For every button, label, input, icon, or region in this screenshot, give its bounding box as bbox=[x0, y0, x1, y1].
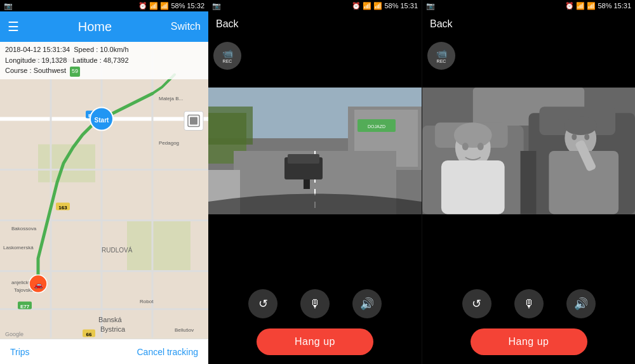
video-front-feed: 📹 REC bbox=[208, 37, 422, 283]
svg-point-63 bbox=[454, 122, 492, 148]
map-app-bar: ☰ Home Switch bbox=[0, 11, 208, 42]
rec-label-front: REC bbox=[223, 59, 232, 63]
rotate-button-front[interactable]: ↺ bbox=[248, 289, 277, 318]
svg-text:DOJAZD: DOJAZD bbox=[368, 124, 385, 129]
datetime-text: 2018-04-12 15:31:34 bbox=[5, 46, 70, 53]
back-button-rear[interactable]: Back bbox=[430, 18, 453, 30]
speed-badge: 59 bbox=[70, 67, 80, 77]
svg-text:RUDLOVÁ: RUDLOVÁ bbox=[102, 246, 133, 254]
speaker-icon-rear: 🔊 bbox=[574, 297, 588, 311]
time-text: 15:32 bbox=[187, 2, 204, 10]
svg-text:Google: Google bbox=[5, 331, 23, 337]
rec-label-rear: REC bbox=[437, 59, 446, 63]
v1-wifi-icon: 📶 bbox=[363, 2, 371, 10]
video-front-black-bottom bbox=[208, 214, 422, 252]
signal-icon: 📶 bbox=[160, 2, 169, 10]
status-right-icons: ⏰ 📶 📶 58% 15:32 bbox=[138, 2, 204, 10]
mic-button-rear[interactable]: 🎙 bbox=[514, 289, 544, 318]
video-front-black-top bbox=[208, 37, 422, 88]
map-bottom-bar: Trips Cancel tracking bbox=[0, 339, 208, 364]
svg-text:Bakossova: Bakossova bbox=[11, 226, 37, 231]
hangup-button-rear[interactable]: Hang up bbox=[471, 328, 587, 355]
mic-icon-rear: 🎙 bbox=[523, 297, 535, 311]
svg-point-72 bbox=[584, 134, 589, 140]
video-front-top-bar: Back bbox=[208, 11, 422, 37]
svg-text:Banská: Banská bbox=[98, 316, 123, 323]
svg-rect-3 bbox=[127, 221, 190, 271]
rec-button-rear[interactable]: 📹 REC bbox=[427, 42, 455, 70]
battery-text: 58% bbox=[171, 2, 185, 10]
map-panel: 📷 ⏰ 📶 📶 58% 15:32 ☰ Home Switch 2018-04-… bbox=[0, 0, 208, 364]
v2-wifi-icon: 📶 bbox=[576, 2, 585, 10]
longitude-value: 19,1328 bbox=[42, 56, 67, 64]
camera-rec-icon-rear: 📹 bbox=[436, 48, 447, 58]
wifi-icon: 📶 bbox=[149, 2, 158, 10]
v2-signal-icon: 📶 bbox=[587, 2, 596, 10]
video-rear-cam-icon: 📷 bbox=[426, 2, 435, 10]
speaker-button-front[interactable]: 🔊 bbox=[352, 289, 382, 318]
svg-text:163: 163 bbox=[58, 205, 67, 211]
svg-text:Robot: Robot bbox=[140, 299, 154, 304]
speaker-icon-front: 🔊 bbox=[360, 297, 374, 311]
video-rear-panel: 📷 ⏰ 📶 📶 58% 15:31 Back 📹 REC bbox=[422, 0, 635, 364]
video-front-panel: 📷 ⏰ 📶 📶 58% 15:31 Back 📹 REC bbox=[208, 0, 422, 364]
speed-value: 10.0km/h bbox=[100, 46, 128, 53]
svg-rect-52 bbox=[288, 154, 319, 164]
video-rear-hangup-area: Hang up bbox=[422, 323, 635, 364]
latitude-value: 48,7392 bbox=[104, 56, 129, 64]
video-rear-controls: ↺ 🎙 🔊 bbox=[422, 283, 635, 323]
svg-rect-38 bbox=[190, 117, 197, 125]
video-rear-image bbox=[422, 88, 635, 214]
rotate-icon-front: ↺ bbox=[258, 297, 268, 311]
v1-alarm-icon: ⏰ bbox=[352, 2, 361, 10]
v2-battery-text: 58% bbox=[598, 2, 612, 10]
v1-time-text: 15:31 bbox=[400, 2, 418, 10]
back-button-front[interactable]: Back bbox=[216, 18, 239, 30]
switch-button[interactable]: Switch bbox=[171, 21, 201, 32]
map-view[interactable]: R1 E77 163 66 B.Bystrica-Podlavice Pedag… bbox=[0, 42, 208, 339]
v1-battery-text: 58% bbox=[384, 2, 398, 10]
svg-text:Pedagog: Pedagog bbox=[159, 140, 179, 146]
svg-rect-73 bbox=[521, 151, 537, 214]
trips-link[interactable]: Trips bbox=[10, 347, 30, 357]
video-front-controls: ↺ 🎙 🔊 bbox=[208, 283, 422, 323]
video-front-status-bar: 📷 ⏰ 📶 📶 58% 15:31 bbox=[208, 0, 422, 11]
svg-text:Start: Start bbox=[95, 117, 109, 124]
video-rear-status-bar: 📷 ⏰ 📶 📶 58% 15:31 bbox=[422, 0, 635, 11]
map-status-bar: 📷 ⏰ 📶 📶 58% 15:32 bbox=[0, 0, 208, 11]
video-cam-icon: 📷 bbox=[212, 2, 221, 10]
svg-point-66 bbox=[478, 143, 484, 150]
rotate-icon-rear: ↺ bbox=[472, 297, 481, 311]
svg-point-71 bbox=[572, 134, 577, 140]
svg-text:Bystrica: Bystrica bbox=[100, 325, 126, 333]
map-svg: R1 E77 163 66 B.Bystrica-Podlavice Pedag… bbox=[0, 42, 208, 339]
video-rear-black-top bbox=[422, 37, 635, 88]
app-title: Home bbox=[78, 20, 112, 34]
menu-icon[interactable]: ☰ bbox=[8, 19, 19, 34]
longitude-label: Longitude : bbox=[5, 56, 39, 64]
mic-icon-front: 🎙 bbox=[309, 297, 321, 311]
video-front-hangup-area: Hang up bbox=[208, 323, 422, 364]
svg-rect-2 bbox=[38, 145, 95, 183]
v1-signal-icon: 📶 bbox=[373, 2, 382, 10]
info-bar: 2018-04-12 15:31:34 Speed : 10.0km/h Lon… bbox=[0, 42, 208, 79]
svg-text:🚗: 🚗 bbox=[34, 280, 43, 289]
video-rear-black-bottom bbox=[422, 214, 635, 252]
course-value: Southwest bbox=[34, 67, 66, 74]
svg-point-68 bbox=[564, 116, 597, 135]
cancel-tracking-link[interactable]: Cancel tracking bbox=[137, 347, 199, 357]
hangup-button-front[interactable]: Hang up bbox=[257, 328, 373, 355]
svg-text:E77: E77 bbox=[20, 304, 30, 309]
svg-point-65 bbox=[462, 143, 469, 150]
svg-text:Mateja B...: Mateja B... bbox=[159, 96, 183, 101]
svg-text:Laskomerská: Laskomerská bbox=[3, 245, 34, 250]
mic-button-front[interactable]: 🎙 bbox=[300, 289, 330, 318]
v2-alarm-icon: ⏰ bbox=[565, 2, 574, 10]
speaker-button-rear[interactable]: 🔊 bbox=[566, 289, 596, 318]
alarm-icon: ⏰ bbox=[138, 2, 147, 10]
rotate-button-rear[interactable]: ↺ bbox=[462, 289, 491, 318]
rec-button-front[interactable]: 📹 REC bbox=[213, 42, 241, 70]
svg-text:Bellušov: Bellušov bbox=[175, 327, 194, 333]
video-front-image: DOJAZD bbox=[208, 88, 422, 214]
svg-text:66: 66 bbox=[86, 332, 92, 337]
